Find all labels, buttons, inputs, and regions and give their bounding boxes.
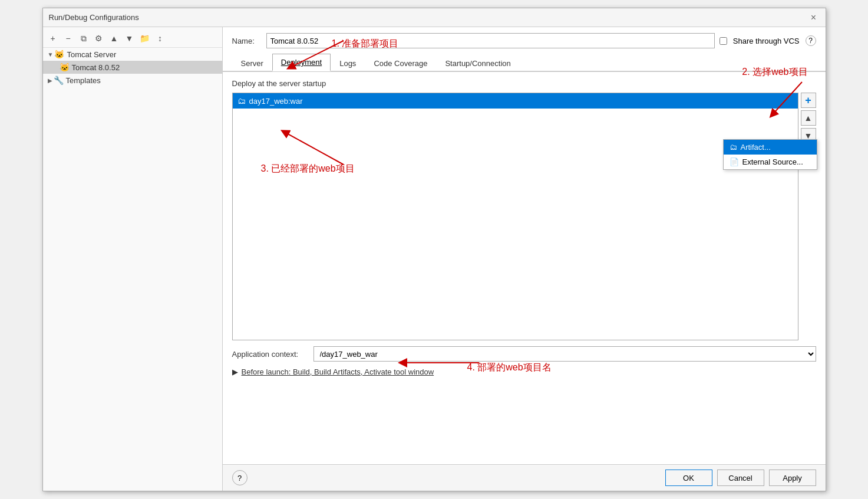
bottom-left: ?: [232, 470, 247, 485]
down-config-button[interactable]: ▼: [123, 32, 136, 45]
bottom-right: OK Cancel Apply: [665, 470, 816, 486]
before-launch-expand: ▶: [232, 367, 238, 376]
tomcat-server-label: Tomcat Server: [67, 50, 116, 59]
dropdown-item-external[interactable]: 📄 External Source...: [724, 155, 817, 169]
expand-arrow-templates: ▶: [48, 77, 52, 84]
deploy-item-day17[interactable]: 🗂 day17_web:war: [233, 93, 798, 109]
templates-icon: 🔧: [54, 75, 64, 85]
remove-config-button[interactable]: −: [62, 32, 75, 45]
dropdown-item-artifact[interactable]: 🗂 Artifact...: [724, 140, 817, 155]
templates-label: Templates: [66, 76, 101, 85]
external-menu-label: External Source...: [742, 157, 803, 166]
tree-item-tomcat-server[interactable]: ▼ 🐱 Tomcat Server: [43, 48, 222, 61]
dialog-title: Run/Debug Configurations: [49, 13, 139, 22]
title-bar: Run/Debug Configurations ×: [43, 8, 826, 27]
copy-config-button[interactable]: ⧉: [77, 32, 90, 45]
artifact-icon: 🗂: [237, 96, 246, 106]
tab-deployment[interactable]: Deployment: [272, 54, 331, 71]
before-launch-row[interactable]: ▶ Before launch: Build, Build Artifacts,…: [232, 362, 816, 376]
tree-item-tomcat-instance[interactable]: 🐱 Tomcat 8.0.52: [43, 61, 222, 74]
content-area: + − ⧉ ⚙ ▲ ▼ 📁 ↕ ▼ 🐱 Tomcat Server 🐱 Tomc…: [43, 27, 826, 491]
app-context-label: Application context:: [232, 350, 309, 359]
tab-startup-connection[interactable]: Startup/Connection: [436, 55, 519, 71]
tomcat-server-icon: 🐱: [54, 50, 64, 59]
vcs-row: Share through VCS ?: [720, 35, 816, 46]
folder-config-button[interactable]: 📁: [138, 32, 151, 45]
move-up-artifact-button[interactable]: ▲: [801, 110, 816, 126]
expand-arrow-tomcat: ▼: [48, 51, 54, 58]
tab-code-coverage[interactable]: Code Coverage: [365, 55, 436, 71]
vcs-checkbox[interactable]: [720, 37, 727, 45]
cancel-button[interactable]: Cancel: [717, 470, 764, 486]
external-menu-icon: 📄: [730, 157, 739, 166]
apply-button[interactable]: Apply: [769, 470, 816, 486]
deploy-section-title: Deploy at the server startup: [232, 79, 816, 88]
close-button[interactable]: ×: [808, 12, 820, 24]
name-label: Name:: [232, 37, 262, 45]
up-config-button[interactable]: ▲: [108, 32, 121, 45]
app-context-select[interactable]: /day17_web_war: [313, 346, 816, 362]
app-context-row: Application context: /day17_web_war: [232, 340, 816, 362]
before-launch-label: Before launch: Build, Build Artifacts, A…: [242, 367, 434, 376]
tree-toolbar: + − ⧉ ⚙ ▲ ▼ 📁 ↕: [43, 29, 222, 48]
artifact-menu-icon: 🗂: [730, 143, 737, 152]
tab-content-deployment: Deploy at the server startup 🗂 day17_web…: [223, 72, 826, 464]
name-row: Name: Share through VCS ?: [223, 27, 826, 53]
deploy-item-label: day17_web:war: [249, 97, 303, 106]
tomcat-instance-label: Tomcat 8.0.52: [72, 63, 120, 72]
deploy-list-container: 🗂 day17_web:war + ▲ ▼ ✎: [232, 93, 816, 340]
artifact-menu-label: Artifact...: [741, 143, 771, 152]
run-debug-dialog: Run/Debug Configurations × + − ⧉ ⚙ ▲ ▼ 📁…: [42, 8, 826, 491]
settings-config-button[interactable]: ⚙: [93, 32, 105, 45]
tomcat-instance-icon: 🐱: [60, 63, 70, 72]
side-buttons: + ▲ ▼ ✎: [798, 93, 816, 340]
tab-server[interactable]: Server: [232, 55, 272, 71]
deploy-list[interactable]: 🗂 day17_web:war: [232, 93, 798, 340]
name-input[interactable]: [266, 33, 715, 48]
vcs-label: Share through VCS: [733, 37, 800, 45]
bottom-row: ? OK Cancel Apply: [223, 464, 826, 491]
vcs-help-icon[interactable]: ?: [806, 35, 816, 46]
help-button[interactable]: ?: [232, 470, 247, 485]
add-dropdown-menu: 🗂 Artifact... 📄 External Source...: [723, 139, 817, 170]
right-panel: Name: Share through VCS ? Server Deploym…: [223, 27, 826, 491]
add-artifact-button[interactable]: +: [801, 93, 816, 108]
add-config-button[interactable]: +: [47, 32, 60, 45]
tree-item-templates[interactable]: ▶ 🔧 Templates: [43, 74, 222, 87]
sort-config-button[interactable]: ↕: [154, 32, 167, 45]
tab-logs[interactable]: Logs: [331, 55, 365, 71]
left-panel: + − ⧉ ⚙ ▲ ▼ 📁 ↕ ▼ 🐱 Tomcat Server 🐱 Tomc…: [43, 27, 223, 491]
tabs-row: Server Deployment Logs Code Coverage Sta…: [223, 53, 826, 72]
ok-button[interactable]: OK: [665, 470, 712, 486]
